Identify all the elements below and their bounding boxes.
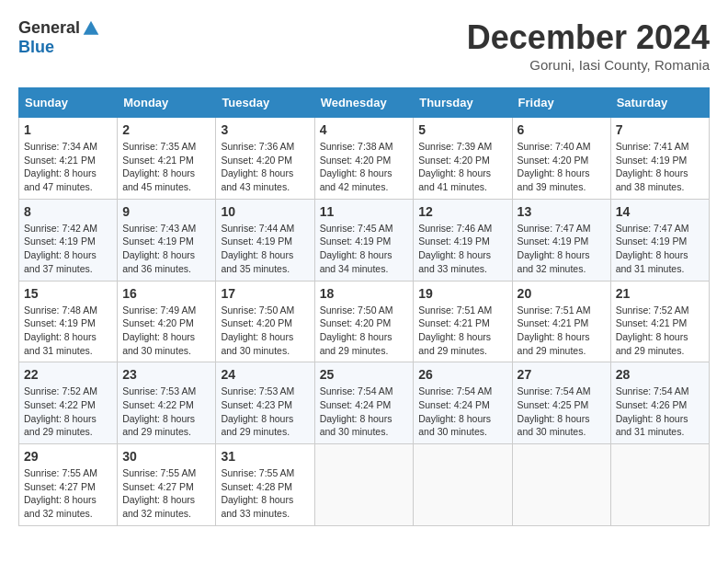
day-info: Sunrise: 7:36 AMSunset: 4:20 PMDaylight:… <box>221 141 294 192</box>
calendar-cell: 4 Sunrise: 7:38 AMSunset: 4:20 PMDayligh… <box>314 118 414 200</box>
day-number: 28 <box>616 367 704 382</box>
day-info: Sunrise: 7:51 AMSunset: 4:21 PMDaylight:… <box>518 304 591 356</box>
calendar-cell: 13 Sunrise: 7:47 AMSunset: 4:19 PMDaylig… <box>512 199 610 281</box>
day-number: 5 <box>418 122 506 137</box>
calendar-cell: 16 Sunrise: 7:49 AMSunset: 4:20 PMDaylig… <box>118 281 216 362</box>
day-info: Sunrise: 7:53 AMSunset: 4:23 PMDaylight:… <box>221 385 294 437</box>
day-info: Sunrise: 7:51 AMSunset: 4:21 PMDaylight:… <box>418 304 492 356</box>
calendar-cell: 1 Sunrise: 7:34 AMSunset: 4:21 PMDayligh… <box>19 118 118 200</box>
day-info: Sunrise: 7:38 AMSunset: 4:20 PMDaylight:… <box>320 141 393 192</box>
day-info: Sunrise: 7:43 AMSunset: 4:19 PMDaylight:… <box>122 223 196 274</box>
col-header-tuesday: Tuesday <box>216 88 314 118</box>
day-info: Sunrise: 7:54 AMSunset: 4:24 PMDaylight:… <box>418 385 492 437</box>
calendar-cell: 5 Sunrise: 7:39 AMSunset: 4:20 PMDayligh… <box>414 118 512 200</box>
col-header-friday: Friday <box>512 88 610 118</box>
calendar-cell: 3 Sunrise: 7:36 AMSunset: 4:20 PMDayligh… <box>216 118 314 200</box>
day-number: 24 <box>221 367 309 382</box>
day-info: Sunrise: 7:47 AMSunset: 4:19 PMDaylight:… <box>616 223 689 274</box>
calendar-cell: 8 Sunrise: 7:42 AMSunset: 4:19 PMDayligh… <box>19 199 118 281</box>
day-info: Sunrise: 7:34 AMSunset: 4:21 PMDaylight:… <box>24 141 97 192</box>
calendar-table: SundayMondayTuesdayWednesdayThursdayFrid… <box>18 87 710 526</box>
day-number: 8 <box>24 204 112 219</box>
calendar-cell: 15 Sunrise: 7:48 AMSunset: 4:19 PMDaylig… <box>19 281 118 362</box>
day-number: 12 <box>418 204 506 219</box>
day-number: 18 <box>320 286 409 301</box>
logo: General Blue <box>18 18 100 57</box>
day-info: Sunrise: 7:35 AMSunset: 4:21 PMDaylight:… <box>122 141 196 192</box>
calendar-cell <box>512 444 610 526</box>
day-number: 21 <box>616 286 704 301</box>
calendar-cell: 22 Sunrise: 7:52 AMSunset: 4:22 PMDaylig… <box>19 362 118 444</box>
title-block: December 2024 Goruni, Iasi County, Roman… <box>467 18 710 73</box>
svg-marker-0 <box>84 20 99 34</box>
calendar-cell <box>610 444 709 526</box>
day-info: Sunrise: 7:54 AMSunset: 4:24 PMDaylight:… <box>320 385 393 437</box>
day-info: Sunrise: 7:52 AMSunset: 4:22 PMDaylight:… <box>24 385 97 437</box>
day-info: Sunrise: 7:50 AMSunset: 4:20 PMDaylight:… <box>221 304 294 356</box>
calendar-cell: 19 Sunrise: 7:51 AMSunset: 4:21 PMDaylig… <box>414 281 512 362</box>
day-number: 15 <box>24 286 112 301</box>
logo-icon <box>82 19 100 38</box>
day-info: Sunrise: 7:55 AMSunset: 4:27 PMDaylight:… <box>122 467 196 519</box>
day-number: 6 <box>518 122 606 137</box>
day-number: 7 <box>616 122 704 137</box>
calendar-header-row: SundayMondayTuesdayWednesdayThursdayFrid… <box>19 88 710 118</box>
calendar-cell: 27 Sunrise: 7:54 AMSunset: 4:25 PMDaylig… <box>512 362 610 444</box>
col-header-sunday: Sunday <box>19 88 118 118</box>
day-info: Sunrise: 7:54 AMSunset: 4:26 PMDaylight:… <box>616 385 689 437</box>
logo-general-text: General <box>18 18 80 38</box>
day-number: 31 <box>221 449 309 464</box>
calendar-cell: 21 Sunrise: 7:52 AMSunset: 4:21 PMDaylig… <box>610 281 709 362</box>
calendar-cell: 25 Sunrise: 7:54 AMSunset: 4:24 PMDaylig… <box>314 362 414 444</box>
day-info: Sunrise: 7:55 AMSunset: 4:28 PMDaylight:… <box>221 467 294 519</box>
calendar-cell: 9 Sunrise: 7:43 AMSunset: 4:19 PMDayligh… <box>118 199 216 281</box>
calendar-cell: 11 Sunrise: 7:45 AMSunset: 4:19 PMDaylig… <box>314 199 414 281</box>
calendar-cell <box>414 444 512 526</box>
day-number: 29 <box>24 449 112 464</box>
day-info: Sunrise: 7:50 AMSunset: 4:20 PMDaylight:… <box>320 304 393 356</box>
calendar-cell: 26 Sunrise: 7:54 AMSunset: 4:24 PMDaylig… <box>414 362 512 444</box>
day-info: Sunrise: 7:41 AMSunset: 4:19 PMDaylight:… <box>616 141 689 192</box>
day-info: Sunrise: 7:48 AMSunset: 4:19 PMDaylight:… <box>24 304 97 356</box>
calendar-cell: 30 Sunrise: 7:55 AMSunset: 4:27 PMDaylig… <box>118 444 216 526</box>
calendar-cell: 24 Sunrise: 7:53 AMSunset: 4:23 PMDaylig… <box>216 362 314 444</box>
calendar-cell: 2 Sunrise: 7:35 AMSunset: 4:21 PMDayligh… <box>118 118 216 200</box>
day-number: 9 <box>122 204 210 219</box>
calendar-cell: 31 Sunrise: 7:55 AMSunset: 4:28 PMDaylig… <box>216 444 314 526</box>
day-number: 2 <box>122 122 210 137</box>
location-text: Goruni, Iasi County, Romania <box>467 57 710 73</box>
col-header-saturday: Saturday <box>610 88 709 118</box>
calendar-week-4: 22 Sunrise: 7:52 AMSunset: 4:22 PMDaylig… <box>19 362 710 444</box>
day-number: 10 <box>221 204 309 219</box>
calendar-week-3: 15 Sunrise: 7:48 AMSunset: 4:19 PMDaylig… <box>19 281 710 362</box>
day-number: 11 <box>320 204 409 219</box>
day-info: Sunrise: 7:52 AMSunset: 4:21 PMDaylight:… <box>616 304 689 356</box>
day-number: 26 <box>418 367 506 382</box>
calendar-cell: 12 Sunrise: 7:46 AMSunset: 4:19 PMDaylig… <box>414 199 512 281</box>
day-number: 4 <box>320 122 409 137</box>
page-header: General Blue December 2024 Goruni, Iasi … <box>18 18 710 73</box>
calendar-cell: 23 Sunrise: 7:53 AMSunset: 4:22 PMDaylig… <box>118 362 216 444</box>
calendar-cell: 17 Sunrise: 7:50 AMSunset: 4:20 PMDaylig… <box>216 281 314 362</box>
calendar-cell: 14 Sunrise: 7:47 AMSunset: 4:19 PMDaylig… <box>610 199 709 281</box>
day-number: 25 <box>320 367 409 382</box>
calendar-cell: 10 Sunrise: 7:44 AMSunset: 4:19 PMDaylig… <box>216 199 314 281</box>
calendar-cell: 20 Sunrise: 7:51 AMSunset: 4:21 PMDaylig… <box>512 281 610 362</box>
month-title: December 2024 <box>467 18 710 57</box>
day-info: Sunrise: 7:42 AMSunset: 4:19 PMDaylight:… <box>24 223 97 274</box>
day-number: 1 <box>24 122 112 137</box>
day-info: Sunrise: 7:49 AMSunset: 4:20 PMDaylight:… <box>122 304 196 356</box>
day-info: Sunrise: 7:44 AMSunset: 4:19 PMDaylight:… <box>221 223 294 274</box>
day-number: 3 <box>221 122 309 137</box>
col-header-wednesday: Wednesday <box>314 88 414 118</box>
day-info: Sunrise: 7:39 AMSunset: 4:20 PMDaylight:… <box>418 141 492 192</box>
day-info: Sunrise: 7:40 AMSunset: 4:20 PMDaylight:… <box>518 141 591 192</box>
calendar-week-5: 29 Sunrise: 7:55 AMSunset: 4:27 PMDaylig… <box>19 444 710 526</box>
calendar-cell: 6 Sunrise: 7:40 AMSunset: 4:20 PMDayligh… <box>512 118 610 200</box>
calendar-cell: 28 Sunrise: 7:54 AMSunset: 4:26 PMDaylig… <box>610 362 709 444</box>
logo-blue-text: Blue <box>18 38 54 57</box>
day-info: Sunrise: 7:53 AMSunset: 4:22 PMDaylight:… <box>122 385 196 437</box>
day-info: Sunrise: 7:45 AMSunset: 4:19 PMDaylight:… <box>320 223 393 274</box>
day-info: Sunrise: 7:46 AMSunset: 4:19 PMDaylight:… <box>418 223 492 274</box>
calendar-cell: 18 Sunrise: 7:50 AMSunset: 4:20 PMDaylig… <box>314 281 414 362</box>
